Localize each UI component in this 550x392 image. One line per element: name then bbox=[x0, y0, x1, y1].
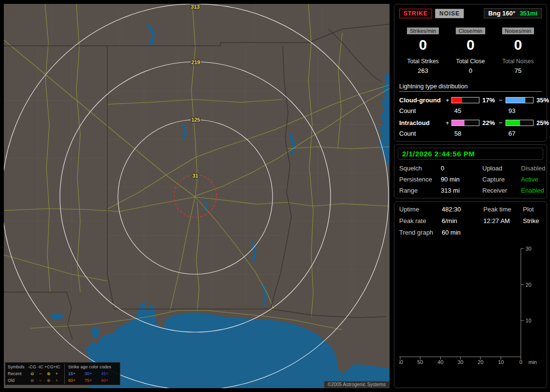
strike-mode-button[interactable]: STRIKE bbox=[399, 9, 432, 18]
svg-text:60: 60 bbox=[399, 359, 403, 364]
cloud-ground-negative-count: 93 bbox=[506, 107, 534, 114]
cloud-ground-positive-gauge bbox=[451, 97, 479, 103]
svg-text:20: 20 bbox=[526, 282, 532, 288]
total-close-value: 0 bbox=[447, 67, 494, 74]
intracloud-positive-gauge bbox=[451, 120, 479, 126]
counters-section: STRIKE NOISE Bng 160° 351mi Strikes/min … bbox=[394, 4, 547, 141]
capture-label: Capture bbox=[482, 176, 521, 183]
total-strikes-value: 263 bbox=[399, 67, 447, 74]
old-cg-pos-icon: ⊕ bbox=[44, 377, 53, 384]
lake bbox=[100, 336, 106, 345]
svg-text:50: 50 bbox=[417, 359, 423, 364]
legend-col--ic: -IC bbox=[36, 364, 44, 370]
svg-text:30: 30 bbox=[458, 359, 463, 364]
recent-ic-pos-icon: + bbox=[53, 370, 61, 377]
copyright-notice: ©2005 Astrogenic Systems bbox=[324, 381, 390, 388]
legend-age-codes: Strike age color codes 15+ 30+ 45+ 60+ 7… bbox=[64, 364, 117, 384]
cloud-ground-count-row: Count 45 93 bbox=[399, 107, 542, 114]
map-canvas[interactable]: 313 219 125 31 bbox=[4, 4, 390, 388]
recent-cg-pos-icon: ⊕ bbox=[44, 370, 53, 377]
age-60: 60+ bbox=[68, 377, 85, 384]
age-90: 90+ bbox=[101, 377, 117, 384]
rate-counters: Strikes/min 0 Total Strikes 263 Close/mi… bbox=[399, 26, 542, 74]
legend-col-+cg: +CG bbox=[44, 364, 53, 370]
age-15: 15+ bbox=[68, 370, 85, 377]
uptime-label: Uptime bbox=[399, 206, 442, 213]
strike-legend: Symbols -CG -IC +CG +IC Recent ⊖ − ⊕ + O… bbox=[5, 362, 120, 385]
peak-rate-label: Peak rate bbox=[399, 217, 442, 224]
intracloud-negative-pct: 25% bbox=[534, 119, 549, 126]
ring-label-313: 313 bbox=[191, 4, 200, 10]
recent-ic-neg-icon: − bbox=[36, 370, 44, 377]
receiver-label: Receiver bbox=[482, 187, 521, 194]
svg-text:min: min bbox=[528, 359, 536, 364]
plot-value: Strike bbox=[523, 217, 542, 224]
svg-text:20: 20 bbox=[478, 359, 483, 364]
trend-graph-value: 60 min bbox=[442, 229, 483, 236]
total-noises-value: 75 bbox=[494, 67, 542, 74]
stats-grid: Uptime 482:30 Peak time Plot Peak rate 6… bbox=[399, 206, 542, 236]
old-ic-pos-icon: + bbox=[53, 377, 61, 384]
strikes-per-min-label: Strikes/min bbox=[407, 28, 439, 34]
capture-status: Active bbox=[521, 176, 546, 183]
legend-symbols-header: Symbols bbox=[8, 364, 28, 370]
ring-label-31: 31 bbox=[192, 173, 198, 179]
intracloud-positive-count: 58 bbox=[451, 130, 479, 137]
persistence-value: 90 min bbox=[441, 176, 482, 183]
age-30: 30+ bbox=[85, 370, 101, 377]
squelch-label: Squelch bbox=[399, 165, 441, 172]
intracloud-negative-count: 67 bbox=[506, 130, 534, 137]
close-per-min-value: 0 bbox=[447, 37, 494, 53]
trend-axis-labels: 30 20 10 60 50 40 30 20 10 0 min bbox=[399, 246, 537, 364]
peak-rate-value: 6/min bbox=[442, 217, 483, 224]
uptime-value: 482:30 bbox=[442, 206, 483, 213]
count-label: Count bbox=[399, 107, 446, 114]
lake bbox=[51, 313, 63, 320]
plus-sign: + bbox=[446, 119, 451, 126]
status-panel: STRIKE NOISE Bng 160° 351mi Strikes/min … bbox=[394, 4, 547, 388]
old-cg-neg-icon: ⊖ bbox=[28, 377, 36, 384]
legend-age-header: Strike age color codes bbox=[68, 364, 117, 370]
count-label: Count bbox=[399, 130, 446, 137]
svg-text:10: 10 bbox=[526, 318, 532, 323]
status-grid: Squelch 0 Upload Disabled Persistence 90… bbox=[399, 165, 542, 194]
trend-axes bbox=[399, 249, 524, 360]
noises-counter: Noises/min 0 Total Noises 75 bbox=[494, 26, 542, 74]
lightning-map[interactable]: 313 219 125 31 Symbols -CG -IC +CG +IC R… bbox=[4, 4, 390, 388]
upload-label: Upload bbox=[482, 165, 521, 172]
trend-graph: 30 20 10 60 50 40 30 20 10 0 min bbox=[399, 245, 542, 364]
persistence-label: Persistence bbox=[399, 176, 441, 183]
noises-per-min-value: 0 bbox=[494, 37, 542, 53]
intracloud-label: Intracloud bbox=[399, 119, 446, 126]
intracloud-positive-pct: 22% bbox=[479, 119, 499, 126]
recent-cg-neg-icon: ⊖ bbox=[28, 370, 36, 377]
intracloud-row: Intracloud + 22% − 25% bbox=[399, 119, 542, 126]
bearing-readout: Bng 160° 351mi bbox=[484, 8, 542, 18]
minus-sign: − bbox=[499, 97, 506, 104]
distribution-title: Lightning type distribution bbox=[399, 83, 542, 92]
squelch-value: 0 bbox=[441, 165, 482, 172]
noises-per-min-label: Noises/min bbox=[502, 28, 534, 34]
plot-label: Plot bbox=[523, 206, 542, 213]
lake bbox=[91, 326, 99, 338]
bearing-distance: 351mi bbox=[520, 10, 537, 17]
age-45: 45+ bbox=[101, 370, 117, 377]
svg-text:30: 30 bbox=[526, 246, 532, 252]
cloud-ground-positive-pct: 17% bbox=[479, 97, 499, 104]
svg-text:10: 10 bbox=[498, 359, 504, 364]
total-strikes-label: Total Strikes bbox=[399, 58, 447, 65]
legend-col-+ic: +IC bbox=[53, 364, 61, 370]
noise-mode-button[interactable]: NOISE bbox=[435, 9, 464, 18]
svg-text:0: 0 bbox=[520, 359, 522, 364]
age-75: 75+ bbox=[85, 377, 101, 384]
peak-time-label: Peak time bbox=[483, 206, 523, 213]
cloud-ground-negative-pct: 35% bbox=[534, 97, 549, 104]
upload-status: Disabled bbox=[521, 165, 546, 172]
cloud-ground-label: Cloud-ground bbox=[399, 97, 446, 104]
peak-time-value: 12:27 AM bbox=[483, 217, 523, 224]
minus-sign: − bbox=[499, 119, 506, 126]
legend-symbols: Symbols -CG -IC +CG +IC Recent ⊖ − ⊕ + O… bbox=[8, 364, 61, 384]
trend-section: Uptime 482:30 Peak time Plot Peak rate 6… bbox=[394, 201, 547, 388]
strikes-counter: Strikes/min 0 Total Strikes 263 bbox=[399, 26, 447, 74]
trend-graph-label: Trend graph bbox=[399, 229, 442, 236]
